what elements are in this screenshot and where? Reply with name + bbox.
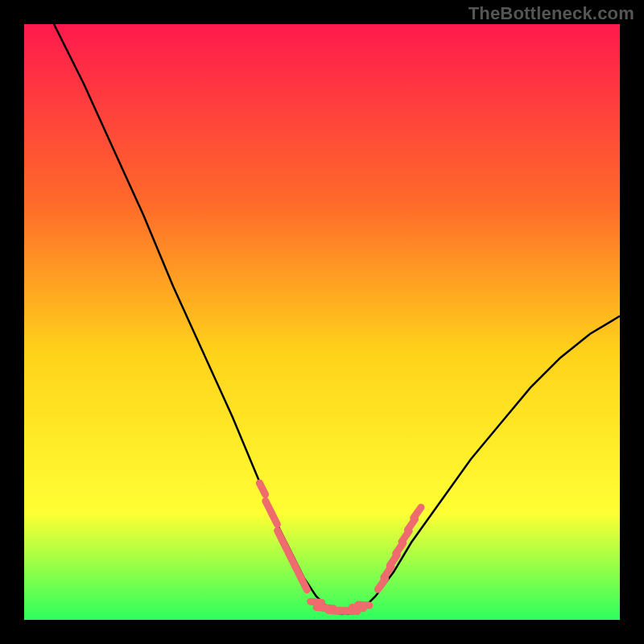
curve-marker [301,579,307,590]
chart-frame: TheBottleneck.com [0,0,644,644]
curve-marker [311,601,322,602]
plot-area [24,24,620,620]
gradient-background [24,24,620,620]
watermark-text: TheBottleneck.com [469,3,634,24]
curve-marker [358,605,369,605]
chart-svg [24,24,620,620]
curve-marker [271,513,277,524]
curve-marker [259,483,265,494]
